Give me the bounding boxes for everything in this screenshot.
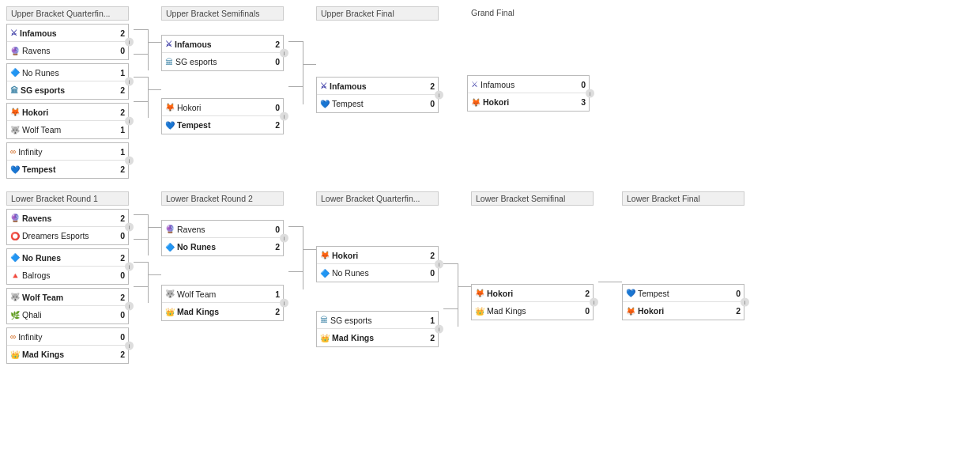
team-name: SG esports <box>21 85 120 95</box>
team-name: Ravens <box>22 46 120 55</box>
ub-round1-col: Upper Bracket Quarterfin... ⚔ Infamous 2… <box>6 6 129 179</box>
team-name: Infinity <box>18 147 120 157</box>
team-row: ∞ Infinity 1 <box>7 143 128 161</box>
hokori-icon: 🦊 <box>471 98 481 107</box>
team-score: 0 <box>275 57 280 66</box>
team-row: ⚔ Infamous 2 <box>317 78 438 95</box>
connector-lb-r1-r2 <box>134 206 161 295</box>
infamous-icon: ⚔ <box>471 80 478 89</box>
match-lb-r1-2: 🔷 No Runes 2 🔺 Balrogs 0 i <box>6 248 129 285</box>
match-lb-r1-1: 🔮 Ravens 2 ⭕ Dreamers Esports 0 i <box>6 209 129 245</box>
info-icon[interactable]: i <box>125 302 134 311</box>
team-score: 1 <box>120 125 125 134</box>
team-name: Hokori <box>483 97 581 107</box>
match-ub-q2: 🔷 No Runes 1 🏛 SG esports 2 i <box>6 63 129 100</box>
match-lb-qf-2: 🏛 SG esports 1 👑 Mad Kings 2 i <box>316 311 439 347</box>
info-icon[interactable]: i <box>125 157 134 165</box>
info-icon[interactable]: i <box>280 112 288 121</box>
ub-final-label: Upper Bracket Final <box>316 6 439 21</box>
ravens-icon: 🔮 <box>10 47 20 55</box>
team-score: 0 <box>120 46 125 55</box>
info-icon[interactable]: i <box>280 299 288 308</box>
match-ub-s1: ⚔ Infamous 2 🏛 SG esports 0 i <box>161 35 284 71</box>
team-score: 2 <box>430 81 435 91</box>
team-row: 💙 Tempest 2 <box>162 116 283 134</box>
connector-ub-s-f <box>288 32 316 96</box>
team-score: 0 <box>430 99 435 108</box>
grand-final-col: Grand Final ⚔ Infamous 0 🦊 Hokori 3 <box>467 6 590 112</box>
info-icon[interactable]: i <box>125 117 134 126</box>
hokori-icon: 🦊 <box>165 103 175 112</box>
info-icon[interactable]: i <box>586 89 594 98</box>
info-icon[interactable]: i <box>125 78 134 86</box>
team-row: 🔮 Ravens 0 <box>7 42 128 59</box>
team-name: SG esports <box>175 57 275 66</box>
info-icon[interactable]: i <box>125 38 134 47</box>
team-name: Tempest <box>22 165 120 174</box>
connector-lb-sf-f <box>598 282 622 282</box>
lb-qf-col: Lower Bracket Quarterfin... 🦊 Hokori 2 🔷… <box>316 191 439 347</box>
team-name: Infamous <box>175 40 275 49</box>
info-icon[interactable]: i <box>435 325 443 334</box>
team-row: 🐺 Wolf Team 1 <box>7 121 128 138</box>
wolfteam-icon: 🐺 <box>10 126 20 134</box>
team-name: Infamous <box>481 80 581 89</box>
team-row: 💙 Tempest 2 <box>7 161 128 178</box>
team-score: 2 <box>120 28 125 38</box>
ub-semis-label: Upper Bracket Semifinals <box>161 6 284 21</box>
match-ub-final: ⚔ Infamous 2 💙 Tempest 0 i <box>316 77 439 113</box>
connector-ub-r1-r2 <box>134 21 161 110</box>
info-icon[interactable]: i <box>280 234 288 243</box>
connector-lb-qf-sf <box>443 255 471 318</box>
lower-bracket: Lower Bracket Round 1 🔮 Ravens 2 ⭕ Dream… <box>6 191 974 364</box>
info-icon[interactable]: i <box>125 223 134 232</box>
sgesports-icon: 🏛 <box>165 58 173 66</box>
team-name: Infamous <box>20 28 120 38</box>
info-icon[interactable]: i <box>125 263 134 271</box>
team-row: 🏛 SG esports 2 <box>7 81 128 99</box>
team-name: Hokori <box>22 108 120 117</box>
info-icon[interactable]: i <box>435 91 443 100</box>
match-lb-r1-4: ∞ Infinity 0 👑 Mad Kings 2 i <box>6 327 129 364</box>
match-ub-s2: 🦊 Hokori 0 💙 Tempest 2 i <box>161 98 284 134</box>
lb-round2-col: Lower Bracket Round 2 🔮 Ravens 0 🔷 No Ru… <box>161 191 284 321</box>
infamous-icon: ⚔ <box>10 28 17 37</box>
connector-lb-r2-qf <box>288 218 316 281</box>
upper-bracket: Upper Bracket Quarterfin... ⚔ Infamous 2… <box>6 6 974 179</box>
team-row: ⚔ Infamous 0 <box>468 76 589 93</box>
match-ub-q1: ⚔ Infamous 2 🔮 Ravens 0 i <box>6 24 129 60</box>
team-name: Hokori <box>177 103 275 112</box>
info-icon[interactable]: i <box>435 260 443 269</box>
info-icon[interactable]: i <box>280 49 288 58</box>
team-row: 🔷 No Runes 1 <box>7 64 128 81</box>
match-lb-final: 💙 Tempest 0 🦊 Hokori 2 i <box>622 284 744 320</box>
ub-final-col: Upper Bracket Final ⚔ Infamous 2 💙 Tempe… <box>316 6 439 113</box>
team-row: 🦊 Hokori 2 <box>7 104 128 121</box>
team-row: 🦊 Hokori 3 <box>468 93 589 111</box>
grand-final-label: Grand Final <box>467 6 590 19</box>
team-score: 2 <box>275 40 280 49</box>
info-icon[interactable]: i <box>125 342 134 350</box>
infinity-icon: ∞ <box>10 147 16 156</box>
team-row: 💙 Tempest 0 <box>317 95 438 112</box>
lb-round2-label: Lower Bracket Round 2 <box>161 191 284 206</box>
info-icon[interactable]: i <box>741 298 749 307</box>
info-icon[interactable]: i <box>590 298 598 307</box>
lb-sf-col: Lower Bracket Semifinal 🦊 Hokori 2 👑 Mad… <box>471 191 594 320</box>
team-row: 🏛 SG esports 0 <box>162 53 283 70</box>
match-ub-q3: 🦊 Hokori 2 🐺 Wolf Team 1 i <box>6 103 129 139</box>
team-row: ⚔ Infamous 2 <box>7 25 128 42</box>
tempest-icon: 💙 <box>320 100 330 108</box>
lb-qf-label: Lower Bracket Quarterfin... <box>316 191 439 206</box>
bracket-container: Upper Bracket Quarterfin... ⚔ Infamous 2… <box>0 0 980 370</box>
match-lb-r1-3: 🐺 Wolf Team 2 🌿 Qhali 0 i <box>6 288 129 324</box>
team-score: 0 <box>275 103 280 112</box>
tempest-icon: 💙 <box>10 165 20 174</box>
sgesports-icon: 🏛 <box>10 86 18 95</box>
tempest-icon: 💙 <box>165 121 175 130</box>
infamous-icon: ⚔ <box>165 40 172 48</box>
team-score: 2 <box>275 120 280 130</box>
team-score: 2 <box>120 108 125 117</box>
team-name: Tempest <box>177 120 275 130</box>
match-lb-sf: 🦊 Hokori 2 👑 Mad Kings 0 i <box>471 284 594 320</box>
